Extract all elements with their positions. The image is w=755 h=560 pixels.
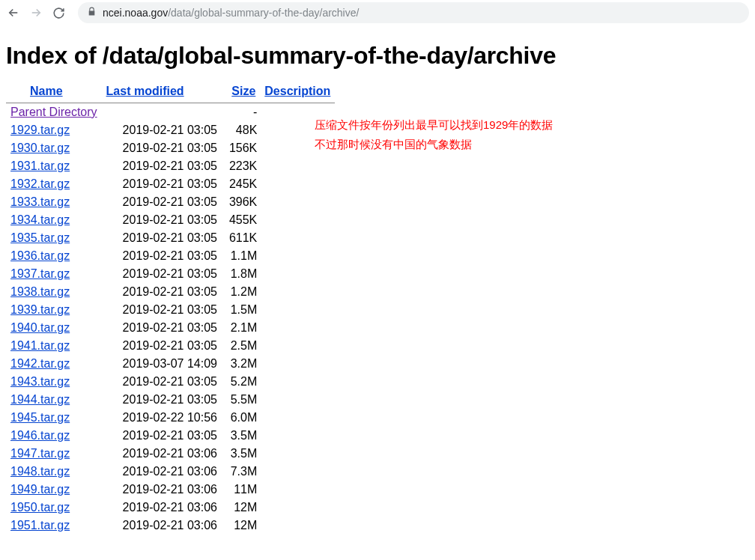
directory-listing: Name Last modified Size Description Pare… [6,83,335,535]
cell-modified: 2019-02-21 03:05 [102,301,225,319]
cell-size: 5.2M [225,373,260,391]
col-header-description[interactable]: Description [264,85,330,97]
reload-button[interactable] [51,5,66,20]
table-row: 1939.tar.gz2019-02-21 03:051.5M [6,301,335,319]
cell-description [260,211,335,229]
table-row: 1931.tar.gz2019-02-21 03:05223K [6,157,335,175]
cell-size: 611K [225,229,260,247]
file-link[interactable]: 1933.tar.gz [10,195,70,208]
cell-size: 2.1M [225,319,260,337]
file-link[interactable]: 1951.tar.gz [10,519,70,532]
table-row: 1930.tar.gz2019-02-21 03:05156K [6,139,335,157]
cell-modified: 2019-02-22 10:56 [102,409,225,427]
forward-button[interactable] [28,5,43,20]
cell-size: - [225,103,260,122]
file-link[interactable]: 1929.tar.gz [10,124,70,136]
file-link[interactable]: 1943.tar.gz [10,375,70,388]
file-link[interactable]: 1937.tar.gz [10,267,70,280]
table-row: 1934.tar.gz2019-02-21 03:05455K [6,211,335,229]
browser-toolbar: ncei.noaa.gov/data/global-summary-of-the… [0,0,755,25]
cell-description [260,337,335,355]
header-row: Name Last modified Size Description [6,83,335,103]
cell-modified: 2019-02-21 03:05 [102,265,225,283]
cell-size: 1.5M [225,301,260,319]
file-link[interactable]: 1934.tar.gz [10,213,70,226]
table-row: 1932.tar.gz2019-02-21 03:05245K [6,175,335,193]
cell-size: 1.1M [225,247,260,265]
cell-modified: 2019-02-21 03:05 [102,193,225,211]
cell-size: 1.8M [225,265,260,283]
cell-size: 11M [225,481,260,499]
cell-description [260,355,335,373]
parent-directory-link[interactable]: Parent Directory [10,106,97,118]
cell-size: 455K [225,211,260,229]
annotation-line: 压缩文件按年份列出最早可以找到1929年的数据 [315,115,553,135]
cell-size: 12M [225,517,260,535]
table-row: 1940.tar.gz2019-02-21 03:052.1M [6,319,335,337]
cell-modified: 2019-02-21 03:05 [102,373,225,391]
table-row: 1941.tar.gz2019-02-21 03:052.5M [6,337,335,355]
file-link[interactable]: 1944.tar.gz [10,393,70,406]
col-header-size[interactable]: Size [231,85,255,97]
cell-description [260,283,335,301]
file-link[interactable]: 1930.tar.gz [10,141,70,154]
cell-description [260,247,335,265]
file-link[interactable]: 1941.tar.gz [10,339,70,352]
cell-modified: 2019-02-21 03:06 [102,445,225,463]
cell-description [260,319,335,337]
cell-size: 245K [225,175,260,193]
table-row: 1937.tar.gz2019-02-21 03:051.8M [6,265,335,283]
cell-description [260,463,335,481]
cell-modified: 2019-02-21 03:05 [102,391,225,409]
cell-modified: 2019-02-21 03:05 [102,139,225,157]
cell-modified: 2019-02-21 03:05 [102,247,225,265]
file-link[interactable]: 1931.tar.gz [10,159,70,172]
cell-size: 1.2M [225,283,260,301]
cell-size: 48K [225,121,260,139]
table-row: 1950.tar.gz2019-02-21 03:0612M [6,499,335,517]
cell-description [260,301,335,319]
cell-size: 3.5M [225,427,260,445]
back-button[interactable] [6,5,21,20]
file-link[interactable]: 1938.tar.gz [10,285,70,298]
table-row: Parent Directory- [6,103,335,122]
cell-size: 6.0M [225,409,260,427]
file-link[interactable]: 1932.tar.gz [10,177,70,190]
file-link[interactable]: 1935.tar.gz [10,231,70,244]
table-row: 1935.tar.gz2019-02-21 03:05611K [6,229,335,247]
cell-description [260,481,335,499]
col-header-name[interactable]: Name [30,85,63,97]
file-link[interactable]: 1942.tar.gz [10,357,70,370]
cell-modified: 2019-02-21 03:05 [102,175,225,193]
file-link[interactable]: 1936.tar.gz [10,249,70,262]
cell-description [260,157,335,175]
cell-size: 12M [225,499,260,517]
annotation-overlay: 压缩文件按年份列出最早可以找到1929年的数据 不过那时候没有中国的气象数据 [315,115,553,153]
file-link[interactable]: 1949.tar.gz [10,483,70,496]
cell-modified: 2019-02-21 03:06 [102,463,225,481]
annotation-line: 不过那时候没有中国的气象数据 [315,135,553,154]
cell-modified: 2019-02-21 03:05 [102,229,225,247]
cell-size: 2.5M [225,337,260,355]
table-row: 1944.tar.gz2019-02-21 03:055.5M [6,391,335,409]
cell-description [260,175,335,193]
file-link[interactable]: 1939.tar.gz [10,303,70,316]
file-link[interactable]: 1946.tar.gz [10,429,70,442]
address-bar[interactable]: ncei.noaa.gov/data/global-summary-of-the… [78,2,749,23]
cell-size: 3.5M [225,445,260,463]
cell-modified [102,103,225,122]
table-row: 1948.tar.gz2019-02-21 03:067.3M [6,463,335,481]
cell-modified: 2019-02-21 03:06 [102,499,225,517]
cell-modified: 2019-02-21 03:05 [102,211,225,229]
file-link[interactable]: 1947.tar.gz [10,447,70,460]
file-link[interactable]: 1950.tar.gz [10,501,70,514]
cell-modified: 2019-03-07 14:09 [102,355,225,373]
table-row: 1938.tar.gz2019-02-21 03:051.2M [6,283,335,301]
col-header-modified[interactable]: Last modified [106,85,184,97]
file-link[interactable]: 1940.tar.gz [10,321,70,334]
file-link[interactable]: 1945.tar.gz [10,411,70,424]
cell-size: 223K [225,157,260,175]
cell-size: 156K [225,139,260,157]
page-title: Index of /data/global-summary-of-the-day… [6,42,749,70]
file-link[interactable]: 1948.tar.gz [10,465,70,478]
